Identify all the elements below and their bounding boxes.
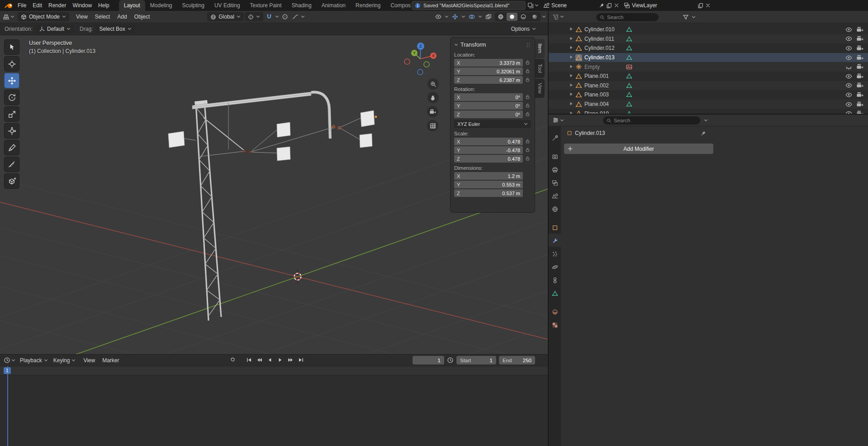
scale-x-field[interactable]: X0.478 bbox=[454, 138, 523, 145]
rotation-mode-dropdown[interactable]: XYZ Euler bbox=[454, 120, 531, 128]
perspective-toggle-button[interactable] bbox=[427, 120, 438, 131]
playhead-frame-badge[interactable]: 1 bbox=[4, 367, 11, 374]
menu-render[interactable]: Render bbox=[45, 0, 69, 11]
playhead[interactable] bbox=[7, 366, 8, 446]
lock-icon[interactable] bbox=[525, 103, 531, 109]
tab-material[interactable] bbox=[549, 305, 561, 318]
tab-render[interactable] bbox=[549, 149, 561, 163]
xray-toggle[interactable] bbox=[484, 12, 493, 21]
rotation-z-field[interactable]: Z0° bbox=[454, 110, 523, 118]
options-dropdown[interactable]: Options bbox=[511, 26, 536, 32]
tool-transform[interactable] bbox=[4, 123, 19, 139]
viewlayer-selector[interactable]: ViewLayer bbox=[624, 2, 711, 9]
scale-z-field[interactable]: Z0.478 bbox=[454, 155, 523, 163]
camera-view-button[interactable] bbox=[427, 106, 438, 117]
location-y-field[interactable]: Y0.32061 m bbox=[454, 67, 523, 75]
viewport-3d[interactable]: User Perspective (1) Collection | Cylind… bbox=[0, 35, 549, 354]
auto-keying-toggle[interactable] bbox=[228, 356, 238, 364]
editor-type-outliner-icon[interactable] bbox=[552, 14, 559, 20]
menu-vp-view[interactable]: View bbox=[73, 14, 91, 20]
disable-render-icon[interactable] bbox=[857, 26, 863, 33]
new-scene-icon[interactable] bbox=[606, 3, 612, 9]
workspace-tab-compositing[interactable]: Compositing bbox=[385, 0, 410, 11]
menu-window[interactable]: Window bbox=[69, 0, 95, 11]
preview-range-icon[interactable] bbox=[447, 357, 454, 364]
disclosure-icon[interactable] bbox=[569, 55, 575, 60]
filter-chevron[interactable] bbox=[692, 16, 696, 19]
hide-eye-icon[interactable] bbox=[845, 35, 852, 42]
disclosure-icon[interactable] bbox=[569, 92, 575, 97]
lock-icon[interactable] bbox=[525, 139, 531, 144]
outliner-row[interactable]: Plane.002 bbox=[549, 81, 868, 91]
hide-eye-icon[interactable] bbox=[845, 101, 852, 108]
snap-options-chevron[interactable] bbox=[275, 15, 279, 18]
editor-type-properties-icon[interactable] bbox=[552, 117, 559, 124]
location-x-field[interactable]: X3.3373 m bbox=[454, 59, 523, 67]
outliner-row[interactable]: Cylinder.011 bbox=[549, 34, 868, 44]
menu-vp-add[interactable]: Add bbox=[114, 14, 130, 20]
show-gizmo-toggle[interactable] bbox=[450, 12, 460, 21]
panel-drag-handle-icon[interactable] bbox=[526, 42, 531, 48]
tab-view-layer[interactable] bbox=[549, 176, 561, 189]
show-overlays-toggle[interactable] bbox=[467, 12, 477, 21]
disable-render-icon[interactable] bbox=[857, 35, 863, 42]
dimensions-x-field[interactable]: X1.2 m bbox=[454, 172, 523, 180]
outliner-row-active[interactable]: Cylinder.013 bbox=[549, 53, 868, 62]
current-frame-field[interactable]: 1 bbox=[413, 356, 444, 364]
hide-eye-icon[interactable] bbox=[845, 73, 852, 80]
timeline-track-area[interactable]: 1 bbox=[0, 366, 549, 446]
disable-render-icon[interactable] bbox=[857, 73, 863, 80]
disclosure-icon[interactable] bbox=[569, 36, 575, 42]
tab-texture[interactable] bbox=[549, 318, 561, 331]
horizontal-splitter[interactable] bbox=[549, 114, 868, 115]
workspace-tab-rendering[interactable]: Rendering bbox=[351, 0, 385, 11]
dimensions-z-field[interactable]: Z0.537 m bbox=[454, 189, 523, 197]
proportional-edit-toggle[interactable] bbox=[280, 12, 290, 21]
gizmo-x-label[interactable]: X bbox=[432, 53, 435, 58]
zoom-button[interactable] bbox=[427, 78, 439, 90]
tab-world[interactable] bbox=[549, 202, 561, 215]
hide-eye-icon[interactable] bbox=[845, 26, 852, 33]
pivot-point-dropdown[interactable] bbox=[245, 12, 263, 21]
lock-icon[interactable] bbox=[525, 60, 531, 66]
drag-mode-dropdown[interactable]: Select Box bbox=[96, 24, 134, 34]
shading-material-button[interactable] bbox=[518, 13, 529, 21]
falloff-dropdown[interactable] bbox=[291, 12, 306, 21]
pin-id-icon[interactable] bbox=[700, 130, 706, 136]
dimensions-y-field[interactable]: Y0.553 m bbox=[454, 181, 523, 188]
jump-to-start-button[interactable] bbox=[244, 356, 254, 364]
timeline-ruler[interactable] bbox=[0, 366, 549, 375]
show-object-types-dropdown[interactable] bbox=[433, 12, 443, 21]
orientation-default-dropdown[interactable]: Default bbox=[36, 24, 74, 34]
tab-physics[interactable] bbox=[549, 260, 561, 273]
tab-object-data[interactable] bbox=[549, 286, 561, 299]
sidebar-tab-view[interactable]: View bbox=[535, 79, 545, 98]
frame-end-field[interactable]: End250 bbox=[499, 356, 535, 364]
workspace-tab-layout[interactable]: Layout bbox=[119, 0, 145, 11]
menu-vp-object[interactable]: Object bbox=[131, 14, 153, 20]
shading-solid-button[interactable] bbox=[507, 13, 517, 21]
pan-button[interactable] bbox=[427, 92, 439, 103]
menu-help[interactable]: Help bbox=[95, 0, 113, 11]
jump-to-end-button[interactable] bbox=[296, 356, 306, 364]
tool-annotate[interactable] bbox=[4, 140, 19, 155]
play-button[interactable] bbox=[275, 356, 285, 364]
mode-dropdown[interactable]: Object Mode bbox=[18, 12, 69, 21]
tab-object[interactable] bbox=[549, 221, 561, 234]
add-modifier-button[interactable]: Add Modifier bbox=[564, 144, 713, 154]
outliner-row[interactable]: Plane.001 bbox=[549, 72, 868, 81]
overlay-options-chevron[interactable] bbox=[478, 15, 482, 18]
next-keyframe-button[interactable] bbox=[286, 356, 295, 364]
tool-measure[interactable] bbox=[4, 157, 19, 172]
gizmo-options-chevron[interactable] bbox=[461, 15, 465, 18]
unlink-scene-icon[interactable] bbox=[614, 3, 619, 8]
workspace-tab-animation[interactable]: Animation bbox=[317, 0, 351, 11]
shading-options-chevron[interactable] bbox=[542, 15, 546, 18]
outliner-search-input[interactable]: Search bbox=[596, 13, 659, 21]
lock-icon[interactable] bbox=[525, 94, 531, 100]
tool-scale[interactable] bbox=[4, 106, 19, 122]
vertical-splitter[interactable] bbox=[548, 11, 549, 446]
workspace-tab-uv-editing[interactable]: UV Editing bbox=[209, 0, 245, 11]
disclosure-icon[interactable] bbox=[569, 45, 575, 51]
disable-render-icon[interactable] bbox=[857, 101, 863, 108]
